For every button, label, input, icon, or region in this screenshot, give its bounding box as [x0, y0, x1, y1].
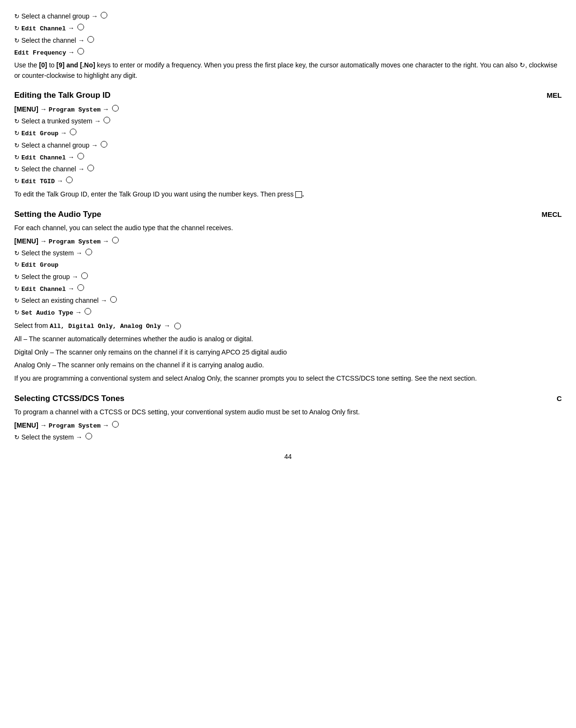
circle-ss-audio — [85, 249, 92, 255]
arrow-trunked: → — [94, 116, 101, 126]
circle-cg-talk — [101, 141, 107, 148]
para-ctcss-intro: To program a channel with a CTCSS or DCS… — [14, 407, 562, 418]
arrow-ps-ctcss: → — [103, 420, 109, 430]
bracket-menu-talk: [MENU] — [14, 104, 38, 114]
section-header-ctcss: Selecting CTCSS/DCS Tones C — [14, 392, 562, 405]
text-ss-audio: Select the system — [21, 248, 74, 258]
para-conventional: If you are programming a conventional sy… — [14, 373, 562, 384]
key-0: [0] — [39, 61, 47, 69]
line-edit-group-audio: ↻ Edit Group — [14, 260, 562, 270]
para-digital-only: Digital Only – The scanner only remains … — [14, 347, 562, 358]
line-select-group-audio: ↻ Select the group → — [14, 272, 562, 282]
bracket-menu-ctcss: [MENU] — [14, 420, 38, 430]
line-existing-channel: ↻ Select an existing channel → — [14, 296, 562, 306]
line-ec-audio: ↻ Edit Channel → — [14, 284, 562, 294]
rotate-icon-ec-audio: ↻ — [14, 284, 19, 294]
arrow-select-from: → — [164, 322, 170, 329]
rotate-icon-cg-talk: ↻ — [14, 141, 19, 150]
key-9: [9] and [.No] — [57, 61, 95, 69]
arrow-tgid: → — [57, 176, 63, 186]
mono-ec-talk: Edit Channel — [21, 153, 66, 163]
circle-ec-audio — [77, 284, 84, 291]
arrow-2: → — [68, 23, 75, 33]
line-select-channel-talk: ↻ Select the channel → — [14, 164, 562, 174]
line-3: ↻ Select the channel → — [14, 36, 562, 46]
arrow-menu-audio: → — [40, 236, 47, 246]
mono-set-audio-type: Set Audio Type — [21, 308, 73, 318]
arrow-sc-talk: → — [78, 164, 85, 174]
section-code-audio: MECL — [542, 209, 562, 220]
arrow-3: → — [78, 36, 85, 46]
mono-edit-tgid: Edit TGID — [21, 177, 55, 187]
mono-program-system-audio: Program System — [49, 237, 101, 247]
arrow-ps-talk: → — [103, 104, 109, 114]
section-ctcss: Selecting CTCSS/DCS Tones C To program a… — [14, 392, 562, 443]
rotate-icon-3: ↻ — [14, 36, 19, 46]
rotate-icon-exist-ch: ↻ — [14, 296, 19, 306]
section-audio-type: Setting the Audio Type MECL For each cha… — [14, 208, 562, 384]
text-trunked: Select a trunked system — [21, 116, 92, 126]
rotate-icon-sc-talk: ↻ — [14, 165, 19, 174]
para-analog-only: Analog Only – The scanner only remains o… — [14, 360, 562, 371]
arrow-ss-ctcss: → — [76, 432, 83, 442]
rotate-icon-sat: ↻ — [14, 308, 19, 317]
rotate-icon-eg-talk: ↻ — [14, 129, 19, 138]
line-set-audio-type: ↻ Set Audio Type → — [14, 308, 562, 318]
circle-sc-talk — [87, 165, 94, 171]
text-cg-talk: Select a channel group — [21, 140, 89, 150]
arrow-freq: → — [68, 47, 75, 57]
section-header-audio: Setting the Audio Type MECL — [14, 208, 562, 221]
circle-tgid — [66, 177, 73, 183]
circle-menu-ctcss — [112, 421, 119, 428]
text-sc-talk: Select the channel — [21, 164, 76, 174]
circle-ec-talk — [77, 153, 84, 159]
line-select-system-audio: ↻ Select the system → — [14, 248, 562, 258]
text-3: Select the channel — [21, 36, 76, 46]
mono-program-system-talk: Program System — [49, 105, 101, 115]
section-code-talk-group: MEL — [547, 90, 562, 101]
arrow-1: → — [91, 11, 98, 21]
text-ss-ctcss: Select the system — [21, 432, 74, 442]
arrow-menu-talk: → — [40, 104, 47, 114]
arrow-eg-talk: → — [60, 128, 67, 138]
mono-ec-audio: Edit Channel — [21, 285, 66, 294]
section-title-ctcss: Selecting CTCSS/DCS Tones — [14, 392, 124, 405]
para-all: All – The scanner automatically determin… — [14, 334, 562, 345]
line-edit-tgid: ↻ Edit TGID → — [14, 176, 562, 187]
section-title-talk-group: Editing the Talk Group ID — [14, 89, 111, 102]
circle-sg-audio — [81, 272, 88, 279]
line-select-system-ctcss: ↻ Select the system → — [14, 432, 562, 442]
circle-trunked — [104, 117, 110, 123]
text-exist-ch: Select an existing channel — [21, 296, 99, 306]
arrow-ec-audio: → — [68, 284, 75, 294]
bracket-menu-audio: [MENU] — [14, 236, 38, 246]
mono-edit-group-talk: Edit Group — [21, 129, 58, 139]
period-dot: . — [302, 190, 304, 198]
arrow-ec-talk: → — [68, 152, 75, 162]
rotate-icon-ss-audio: ↻ — [14, 249, 19, 258]
page-num-text: 44 — [284, 453, 292, 460]
rotate-icon-1: ↻ — [14, 12, 19, 21]
text-sg-audio: Select the group — [21, 272, 70, 282]
arrow-exist-ch: → — [101, 296, 107, 306]
arrow-cg-talk: → — [91, 140, 98, 150]
line-menu-ctcss: [MENU] → Program System → — [14, 420, 562, 431]
section-editing-talk-group: Editing the Talk Group ID MEL [MENU] → P… — [14, 89, 562, 199]
line-menu-audio: [MENU] → Program System → — [14, 236, 562, 247]
line-1: ↻ Select a channel group → — [14, 11, 562, 21]
line-ec-talk: ↻ Edit Channel → — [14, 152, 562, 163]
circle-select-from — [174, 323, 181, 329]
para-audio-intro: For each channel, you can select the aud… — [14, 223, 562, 233]
top-block: ↻ Select a channel group → ↻ Edit Channe… — [14, 11, 562, 81]
circle-sat — [85, 308, 91, 315]
arrow-sat: → — [75, 308, 82, 317]
line-edit-freq: Edit Frequency → — [14, 47, 562, 58]
circle-3 — [87, 36, 94, 43]
line-menu-talk: [MENU] → Program System → — [14, 104, 562, 115]
rotate-icon-2: ↻ — [14, 24, 19, 33]
circle-ss-ctcss — [85, 433, 92, 439]
section-code-ctcss: C — [557, 393, 562, 404]
arrow-menu-ctcss: → — [40, 420, 47, 430]
line-edit-group-talk: ↻ Edit Group → — [14, 128, 562, 139]
mono-edit-group-audio: Edit Group — [21, 261, 58, 270]
